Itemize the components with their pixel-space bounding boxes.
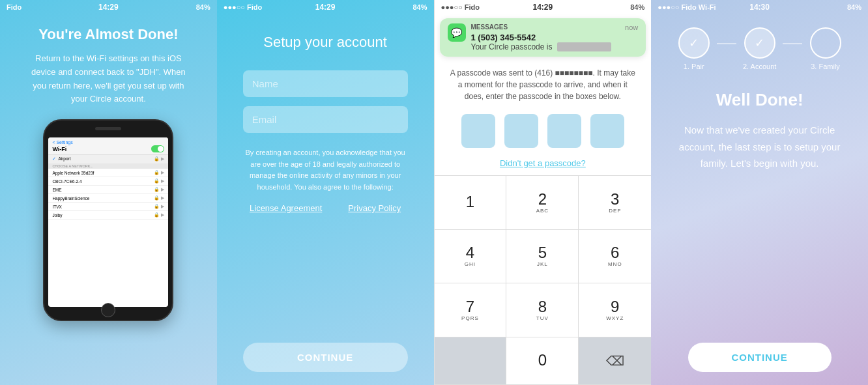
- panel4-body: Now that we've created your Circle accou…: [671, 122, 848, 172]
- terms-text: By creating an account, you acknowledge …: [243, 147, 408, 193]
- notif-phone: 1 (503) 345-5542: [471, 33, 639, 42]
- didnt-get-passcode: Didn't get a passcode?: [435, 153, 652, 175]
- panel-wifi-setup: Fido 14:29 84% You're Almost Done! Retur…: [0, 0, 217, 385]
- wifi-network-5: ITVX🔒 ▶: [48, 203, 168, 211]
- carrier-3: ●●●○○ Fido: [441, 3, 480, 11]
- wifi-title: Wi-Fi: [52, 146, 66, 152]
- notif-time: now: [625, 23, 638, 31]
- time-4: 14:30: [749, 3, 770, 12]
- phone-home-button: [101, 303, 115, 317]
- key-5[interactable]: 5JKL: [506, 230, 579, 284]
- panel4-title: Well Done!: [716, 90, 803, 110]
- wifi-connected-name: Airport: [58, 156, 70, 161]
- wifi-network-4: HappyBrainScience🔒 ▶: [48, 194, 168, 203]
- step-family: 3. Family: [802, 27, 848, 70]
- wifi-section-header: CHOOSE A NETWORK...: [48, 164, 168, 169]
- wifi-toggle: [151, 145, 164, 152]
- step-label-account: 2. Account: [743, 63, 776, 70]
- key-8[interactable]: 8TUV: [506, 283, 579, 337]
- battery-1: 84%: [196, 3, 210, 11]
- name-input[interactable]: [243, 70, 408, 97]
- panel1-title: You're Almost Done!: [38, 26, 178, 43]
- battery-4: 84%: [847, 3, 861, 11]
- key-9[interactable]: 9WXYZ: [579, 283, 651, 337]
- wifi-back: < Settings: [52, 140, 164, 145]
- continue-button-4[interactable]: CONTINUE: [688, 343, 832, 372]
- continue-button-2[interactable]: CONTINUE: [243, 343, 408, 372]
- carrier-4: ●●●○○ Fido Wi-Fi: [658, 3, 716, 11]
- key-4[interactable]: 4GHI: [435, 230, 507, 284]
- links-row: License Agreement Privacy Policy: [250, 203, 401, 213]
- messages-icon: 💬: [448, 23, 466, 42]
- key-1[interactable]: 1: [435, 176, 507, 230]
- step-connector-1: [717, 43, 736, 44]
- key-6[interactable]: 6MNO: [579, 230, 651, 284]
- notif-message: Your Circle passcode is ██████: [471, 42, 639, 51]
- key-3[interactable]: 3DEF: [579, 176, 651, 230]
- notification-banner: 💬 MESSAGES now 1 (503) 345-5542 Your Cir…: [440, 18, 646, 57]
- time-2: 14:29: [315, 3, 336, 12]
- email-input[interactable]: [243, 106, 408, 133]
- status-bar-2: ●●●○○ Fido 14:29 84%: [217, 0, 434, 14]
- panel-account-setup: ●●●○○ Fido 14:29 84% Setup your account …: [217, 0, 434, 385]
- panel-passcode: ●●●○○ Fido 14:29 84% 💬 MESSAGES now 1 (5…: [434, 0, 652, 385]
- step-connector-2: [783, 43, 802, 44]
- notification-content: MESSAGES now 1 (503) 345-5542 Your Circl…: [471, 23, 639, 51]
- notif-app-name: MESSAGES: [471, 23, 508, 31]
- key-2[interactable]: 2ABC: [506, 176, 579, 230]
- step-circle-account: ✓: [744, 27, 775, 59]
- status-bar-1: Fido 14:29 84%: [0, 0, 217, 14]
- key-7[interactable]: 7PQRS: [435, 283, 507, 337]
- status-bar-4: ●●●○○ Fido Wi-Fi 14:30 84%: [651, 0, 868, 14]
- numeric-keypad: 1 2ABC 3DEF 4GHI 5JKL 6MNO 7PQRS 8TUV 9W…: [435, 175, 652, 385]
- email-field-wrapper: [243, 106, 408, 133]
- step-circle-family: [810, 27, 841, 59]
- carrier-1: Fido: [7, 3, 22, 11]
- key-0[interactable]: 0: [506, 337, 579, 386]
- step-label-family: 3. Family: [811, 63, 840, 70]
- passcode-instructions: A passcode was sent to (416) ■■■■■■■■. I…: [435, 61, 652, 107]
- wifi-network-2: CBCI-7CE6-2.4🔒 ▶: [48, 177, 168, 186]
- time-3: 14:29: [533, 3, 553, 12]
- passcode-box-1[interactable]: [461, 114, 495, 148]
- carrier-2: ●●●○○ Fido: [224, 3, 263, 11]
- panel1-subtitle: Return to the Wi-Fi settings on this iOS…: [23, 52, 193, 106]
- passcode-box-2[interactable]: [504, 114, 538, 148]
- step-pair: ✓ 1. Pair: [671, 27, 717, 70]
- time-1: 14:29: [98, 3, 119, 12]
- passcode-boxes: [435, 107, 652, 153]
- wifi-network-3: EME🔒 ▶: [48, 186, 168, 194]
- step-account: ✓ 2. Account: [736, 27, 783, 70]
- wifi-network-1: Apple Network 35d23f🔒 ▶: [48, 169, 168, 177]
- key-delete[interactable]: ⌫: [579, 337, 651, 386]
- steps-row: ✓ 1. Pair ✓ 2. Account 3. Family: [671, 27, 848, 70]
- wifi-connected-row: ✓Airport 🔒 ▶: [48, 155, 168, 164]
- wifi-network-6: Jolby🔒 ▶: [48, 211, 168, 220]
- panel2-title: Setup your account: [263, 34, 387, 51]
- passcode-hidden: ██████: [557, 42, 611, 51]
- passcode-box-4[interactable]: [590, 114, 624, 148]
- panel-family-setup: ●●●○○ Fido Wi-Fi 14:30 84% ✓ 1. Pair ✓ 2…: [651, 0, 868, 385]
- phone-mockup: < Settings Wi-Fi ✓Airport 🔒 ▶ CHOOSE A N…: [43, 119, 173, 321]
- step-label-pair: 1. Pair: [684, 63, 704, 70]
- status-bar-3: ●●●○○ Fido 14:29 84%: [435, 0, 652, 14]
- passcode-box-3[interactable]: [547, 114, 581, 148]
- phone-screen: < Settings Wi-Fi ✓Airport 🔒 ▶ CHOOSE A N…: [48, 137, 168, 307]
- battery-2: 84%: [412, 3, 427, 11]
- phone-speaker: [95, 127, 121, 130]
- license-link[interactable]: License Agreement: [250, 203, 322, 213]
- key-empty: [435, 337, 507, 386]
- resend-passcode-link[interactable]: Didn't get a passcode?: [500, 158, 586, 168]
- battery-3: 84%: [630, 3, 644, 11]
- name-field-wrapper: [243, 70, 408, 97]
- privacy-link[interactable]: Privacy Policy: [348, 203, 401, 213]
- step-circle-pair: ✓: [678, 27, 710, 59]
